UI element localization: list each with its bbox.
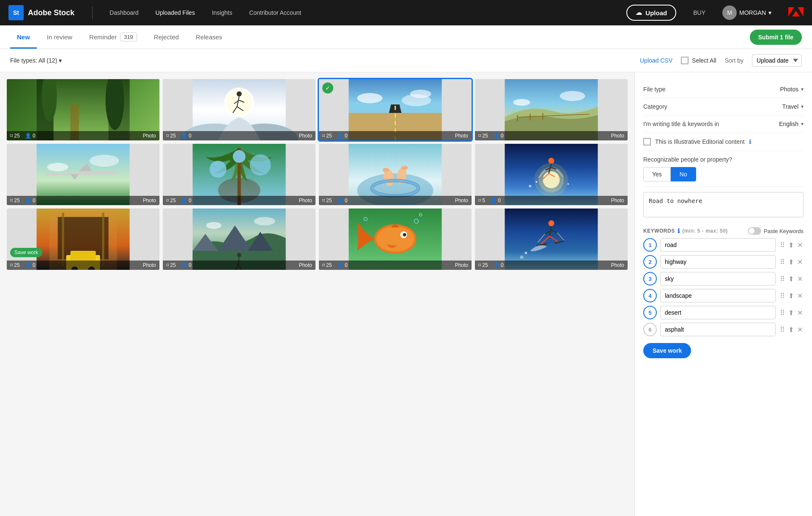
svg-point-52: [549, 158, 554, 164]
photo-card-9[interactable]: ⌑ 25 👤 0 Photo Save work: [7, 209, 159, 270]
keywords-info-icon[interactable]: ℹ: [678, 228, 680, 234]
buy-link[interactable]: BUY: [693, 9, 705, 16]
nav-insights[interactable]: Insights: [208, 8, 236, 18]
submit-button[interactable]: Submit 1 file: [750, 30, 802, 45]
file-type-filter[interactable]: File types: All (12) ▾: [10, 57, 62, 64]
nav-uploaded-files[interactable]: Uploaded Files: [152, 8, 198, 18]
select-all-checkbox[interactable]: [681, 57, 689, 64]
yes-button[interactable]: Yes: [643, 167, 671, 181]
keyword-drag-6[interactable]: ⠿: [779, 325, 786, 335]
keyword-input-6[interactable]: [660, 323, 776, 336]
no-button[interactable]: No: [671, 167, 696, 181]
language-value[interactable]: English ▾: [779, 121, 804, 127]
select-all-area[interactable]: Select All: [681, 57, 716, 64]
keyword-num-1: 1: [643, 238, 657, 252]
nav-contributor-account[interactable]: Contributor Account: [246, 8, 304, 18]
svg-point-72: [206, 222, 222, 229]
photo-footer-9: ⌑ 25 👤 0 Photo: [7, 261, 159, 270]
keyword-up-1[interactable]: ⬆: [787, 240, 795, 250]
keyword-num-2: 2: [643, 255, 657, 269]
tab-releases[interactable]: Releases: [189, 26, 229, 49]
photo-card-3[interactable]: ✓ ⌑ 25 👤 0 Photo: [319, 79, 472, 140]
keyword-input-4[interactable]: [660, 289, 776, 302]
svg-point-38: [250, 154, 271, 176]
keyword-remove-4[interactable]: ✕: [796, 291, 804, 301]
photo-card-4[interactable]: ⌑ 25 👤 0 Photo: [475, 79, 628, 140]
tab-reminder[interactable]: Reminder 319: [82, 25, 144, 49]
photo-card-10[interactable]: ⌑ 25 👤 0 Photo: [163, 209, 315, 270]
svg-point-55: [536, 181, 538, 183]
photo-card-5[interactable]: ⌑ 25 👤 0 Photo: [7, 144, 159, 205]
photo-card-11[interactable]: ⌑ 25 👤 0 Photo: [319, 209, 472, 270]
paste-keywords-toggle[interactable]: [748, 227, 761, 235]
keyword-input-3[interactable]: [660, 272, 776, 285]
keyword-remove-3[interactable]: ✕: [796, 274, 804, 284]
keyword-actions-1: ⠿ ⬆ ✕: [779, 240, 804, 250]
keyword-input-5[interactable]: [660, 306, 776, 319]
sort-select[interactable]: Upload date Title File size: [752, 54, 802, 67]
photo-footer-10: ⌑ 25 👤 0 Photo: [163, 261, 315, 270]
toggle-knob: [749, 228, 754, 234]
save-work-button[interactable]: Save work: [10, 248, 42, 257]
keyword-up-4[interactable]: ⬆: [787, 291, 795, 301]
save-work-main-button[interactable]: Save work: [643, 343, 691, 358]
photo-footer-11: ⌑ 25 👤 0 Photo: [319, 261, 472, 270]
photo-card-12[interactable]: ⌑ 25 👤 0 Photo: [475, 209, 628, 270]
keyword-num-6: 6: [643, 323, 657, 336]
svg-point-25: [513, 99, 530, 106]
photo-card-8[interactable]: ⌑ 5 👤 0 Photo: [475, 144, 628, 205]
photo-footer-12: ⌑ 25 👤 0 Photo: [475, 261, 628, 270]
editorial-label: This is Illustrative Editorial content: [655, 138, 745, 145]
toolbar: File types: All (12) ▾ Upload CSV Select…: [0, 49, 812, 72]
adobe-logo: [788, 7, 804, 19]
title-input[interactable]: [643, 192, 804, 217]
user-menu[interactable]: M MORGAN ▾: [722, 5, 771, 20]
photo-footer-8: ⌑ 5 👤 0 Photo: [475, 196, 628, 205]
upload-csv-button[interactable]: Upload CSV: [640, 57, 672, 64]
keyword-up-5[interactable]: ⬆: [787, 308, 795, 318]
svg-point-37: [210, 161, 227, 178]
file-type-value[interactable]: Photos ▾: [780, 86, 804, 93]
file-type-label: File type: [643, 86, 666, 93]
keyword-drag-3[interactable]: ⠿: [779, 274, 786, 284]
nav-dashboard[interactable]: Dashboard: [106, 8, 142, 18]
category-row: Category Travel ▾: [643, 98, 804, 115]
keyword-remove-6[interactable]: ✕: [796, 325, 804, 335]
keyword-up-6[interactable]: ⬆: [787, 325, 795, 335]
keyword-drag-4[interactable]: ⠿: [779, 291, 786, 301]
keywords-header: KEYWORDS ℹ (min: 5 - max: 50) Paste Keyw…: [643, 227, 804, 235]
keyword-drag-2[interactable]: ⠿: [779, 257, 786, 267]
sort-by-label: Sort by: [725, 57, 743, 64]
keyword-remove-5[interactable]: ✕: [796, 308, 804, 318]
svg-point-26: [560, 91, 585, 101]
svg-point-78: [403, 233, 406, 236]
keyword-drag-5[interactable]: ⠿: [779, 308, 786, 318]
editorial-checkbox[interactable]: [643, 138, 651, 145]
keyword-up-2[interactable]: ⬆: [787, 257, 795, 267]
tab-in-review[interactable]: In review: [40, 26, 79, 49]
file-type-label: File types: All (12): [10, 57, 57, 64]
svg-point-76: [376, 226, 414, 252]
svg-point-32: [47, 163, 69, 171]
category-value[interactable]: Travel ▾: [782, 103, 804, 110]
keyword-remove-1[interactable]: ✕: [796, 240, 804, 250]
upload-button[interactable]: ☁ Upload: [626, 5, 676, 21]
keyword-actions-2: ⠿ ⬆ ✕: [779, 257, 804, 267]
keyword-remove-2[interactable]: ✕: [796, 257, 804, 267]
keyword-drag-1[interactable]: ⠿: [779, 240, 786, 250]
keyword-row-4: 4 ⠿ ⬆ ✕: [643, 289, 804, 302]
keyword-up-3[interactable]: ⬆: [787, 274, 795, 284]
keyword-input-1[interactable]: [660, 238, 776, 252]
keyword-num-4: 4: [643, 289, 657, 302]
top-navigation: St Adobe Stock Dashboard Uploaded Files …: [0, 0, 812, 25]
tab-rejected[interactable]: Rejected: [147, 26, 186, 49]
photo-card-7[interactable]: ⌑ 25 👤 0 Photo: [319, 144, 472, 205]
svg-point-45: [401, 166, 408, 170]
photo-card-1[interactable]: ⌑ 25 👤 0 Photo: [7, 79, 159, 140]
svg-point-44: [383, 168, 390, 172]
photo-card-6[interactable]: ⌑ 25 👤 0 Photo: [163, 144, 315, 205]
photo-card-2[interactable]: ⌑ 25 👤 0 Photo: [163, 79, 315, 140]
editorial-info-icon[interactable]: ℹ: [749, 138, 751, 145]
keyword-input-2[interactable]: [660, 255, 776, 269]
tab-new[interactable]: New: [10, 26, 37, 49]
